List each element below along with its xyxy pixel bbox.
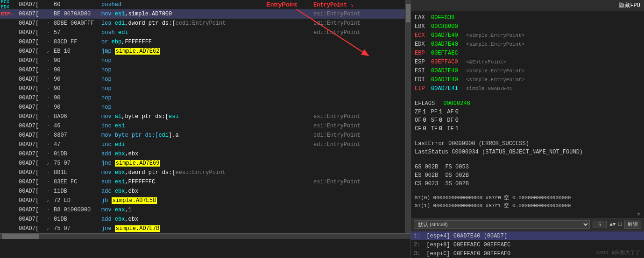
address: 00AD7[	[18, 113, 43, 120]
registers-panel-header: 隐藏FPU	[411, 0, 644, 11]
table-row[interactable]: 00AD7[·8B1Emov ebx,dword ptr ds:[eesi:En…	[0, 168, 405, 177]
seg-ds: DS 002B	[445, 172, 468, 179]
registers-section: EAX00FFB38EBX00C8B000ECX00AD7E40<simple.…	[411, 11, 644, 95]
register-row: EDX00AD7E40<simple.EntryPoint>	[415, 40, 640, 49]
register-row: ECX00AD7E40<simple.EntryPoint>	[415, 31, 640, 40]
table-row[interactable]: 00AD7[·90nop	[0, 93, 405, 103]
disassembly-panel: ECX EDX00AD7[60pushadEntryPoint ↘EIP →00…	[0, 0, 411, 258]
bytes: 60	[53, 1, 99, 8]
separator2	[411, 134, 644, 138]
reg-label: EIP →	[0, 11, 18, 17]
stack-item: 1: [esp+4] 00AD7E40 (00AD7[	[411, 231, 644, 240]
register-desc: <simple.EntryPoint>	[466, 77, 524, 83]
address: 00AD7[	[18, 188, 43, 195]
bytes: 90	[53, 85, 99, 92]
eip-register-row: EIP 00AD7E41 simple.00AD7E41	[415, 84, 640, 93]
table-row[interactable]: EIP →00AD7[BE 0070AD00mov esi,simple.AD7…	[0, 9, 405, 19]
table-row[interactable]: 00AD7[·90nop	[0, 103, 405, 112]
disasm-hscrollbar-thumb[interactable]	[2, 234, 39, 239]
branch-indicator: ·	[43, 113, 53, 120]
table-row[interactable]: 00AD7[·90nop	[0, 65, 405, 75]
stdcall-num-input[interactable]	[593, 221, 607, 228]
bytes: 90	[53, 76, 99, 83]
flag-pf: PF 1	[431, 109, 443, 115]
register-value: 00FFB38	[431, 14, 466, 21]
table-row[interactable]: 00AD7[·47inc ediedi:EntryPoint	[0, 140, 405, 149]
disasm-rows[interactable]: ECX EDX00AD7[60pushadEntryPoint ↘EIP →00…	[0, 0, 405, 233]
table-row[interactable]: 00AD7[·8807mov byte ptr ds:[edi],aedi:En…	[0, 131, 405, 140]
checkbox-unlock: □	[618, 222, 622, 227]
table-row[interactable]: 00AD7[·01DBadd ebx,ebx	[0, 215, 405, 224]
address: 00AD7[	[18, 29, 43, 36]
branch-indicator: ·	[43, 67, 53, 73]
instruction: jne simple.AD7E7B	[99, 225, 311, 232]
branch-indicator: ·	[43, 141, 53, 148]
flag-cf: CF 0	[415, 126, 426, 132]
registers-panel: 隐藏FPU EAX00FFB38EBX00C8B000ECX00AD7E40<s…	[411, 0, 644, 258]
branch-indicator: ·	[43, 20, 53, 27]
hide-fpu-label: 隐藏FPU	[619, 1, 640, 9]
stdcall-select[interactable]: 默认 (stdcall)	[414, 220, 590, 229]
table-row[interactable]: 00AD7[·57push ediedi:EntryPoint	[0, 28, 405, 37]
disasm-scrollbar[interactable]	[405, 0, 410, 233]
table-row[interactable]: 00AD7[·B8 01000000mov eax,1	[0, 205, 405, 215]
lasterror-row: LastError 00000000 (ERROR_SUCCESS)	[415, 139, 640, 148]
disasm-wrapper: ECX EDX00AD7[60pushadEntryPoint ↘EIP →00…	[0, 0, 410, 258]
comment: edi:EntryPoint	[311, 20, 405, 27]
register-row: EBX00C8B000	[415, 22, 640, 31]
flag-zf: ZF 1	[415, 109, 426, 115]
instruction: lea edi,dword ptr ds:[eedi:EntryPoint	[99, 20, 311, 27]
instruction: mov al,byte ptr ds:[esi	[99, 113, 311, 120]
table-row[interactable]: 00AD7[·11DBadc ebx,ebx	[0, 187, 405, 196]
bytes: BE 0070AD00	[53, 11, 99, 17]
register-value: 00AD7E40	[431, 77, 466, 83]
table-row[interactable]: 00AD7[·90nop	[0, 84, 405, 93]
fpu-row-2: ST(1) 0000000000000000 x87r1 空 0.0000000…	[415, 202, 640, 209]
fpu-section: ST(0) 0000000000000000 x87r0 空 0.0000000…	[411, 193, 644, 210]
comment: esi:EntryPoint	[311, 113, 405, 120]
address: 00AD7[	[18, 48, 43, 55]
table-row[interactable]: 00AD7[·46inc esiesi:EntryPoint	[0, 121, 405, 131]
table-row[interactable]: 00AD7[·8A06mov al,byte ptr ds:[esiesi:En…	[0, 112, 405, 121]
fpu-st0: ST(0) 0000000000000000 x87r0 空 0.0000000…	[415, 194, 571, 201]
instruction: inc edi	[99, 141, 311, 148]
table-row[interactable]: 00AD7[↙EB 10jmp simple.AD7E62	[0, 47, 405, 56]
fpu-scroll-indicator: ▼	[637, 211, 640, 217]
register-name: EDI	[415, 77, 431, 83]
table-row[interactable]: 00AD7[↙75 07jne simple.AD7E69	[0, 159, 405, 168]
table-row[interactable]: 00AD7[·8DBE 00A0FFFlea edi,dword ptr ds:…	[0, 19, 405, 28]
table-row[interactable]: ECX EDX00AD7[60pushadEntryPoint ↘	[0, 0, 405, 9]
bytes: 83CD FF	[53, 39, 99, 45]
segment-section: GS 002B FS 0053 ES 002B DS 002B CS 0023 …	[411, 162, 644, 189]
address: 00AD7[	[18, 1, 43, 8]
watermark: CSDN @头都大了了	[596, 249, 640, 256]
unlock-button[interactable]: 解锁	[624, 220, 641, 229]
register-row: EDI00AD7E40<simple.EntryPoint>	[415, 75, 640, 84]
segment-row-2: ES 002B DS 002B	[415, 171, 640, 180]
branch-indicator: ↙	[43, 161, 53, 166]
table-row[interactable]: 00AD7[↙72 EDjb simple.AD7E58	[0, 196, 405, 205]
bytes: B8 01000000	[53, 207, 99, 213]
bytes: 90	[53, 57, 99, 64]
table-row[interactable]: 00AD7[·90nop	[0, 75, 405, 84]
address: 00AD7[	[18, 67, 43, 73]
branch-indicator: ·	[43, 207, 53, 213]
table-row[interactable]: 00AD7[·83CD FFor ebp,FFFFFFFF	[0, 37, 405, 47]
table-row[interactable]: 00AD7[·83EE FCsub esi,FFFFFFFCesi:EntryP…	[0, 177, 405, 187]
flag-tf: TF 0	[431, 126, 443, 132]
eflags-row-1: ZF 1 PF 1 AF 0	[415, 108, 640, 116]
disasm-hscrollbar[interactable]	[0, 233, 410, 239]
register-name: ESP	[415, 59, 431, 65]
instruction: nop	[99, 95, 311, 101]
table-row[interactable]: 00AD7[↙75 07jne simple.AD7E7B	[0, 224, 405, 233]
disasm-scrollbar-thumb[interactable]	[406, 4, 410, 22]
instruction: nop	[99, 57, 311, 64]
register-desc: <simple.EntryPoint>	[466, 68, 524, 74]
table-row[interactable]: 00AD7[·01DBadd ebx,ebx	[0, 149, 405, 159]
instruction: add ebx,ebx	[99, 151, 311, 157]
table-row[interactable]: 00AD7[·90nop	[0, 56, 405, 65]
branch-indicator: ·	[43, 76, 53, 83]
separator4	[411, 189, 644, 193]
fpu-st1: ST(1) 0000000000000000 x87r1 空 0.0000000…	[415, 202, 571, 209]
separator3	[411, 158, 644, 162]
